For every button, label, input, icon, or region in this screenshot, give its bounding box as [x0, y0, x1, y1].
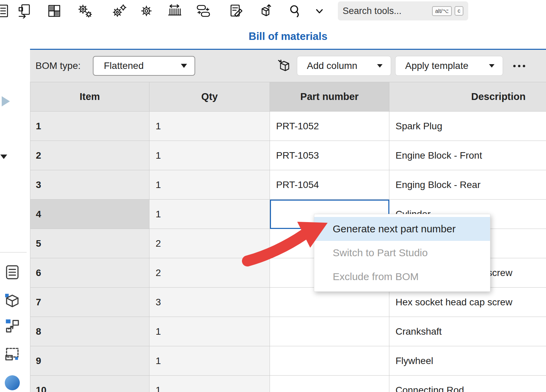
- page-title: Bill of materials: [30, 24, 546, 50]
- window-pane-icon[interactable]: [46, 3, 62, 19]
- table-row: 9 1 Flywheel: [30, 346, 546, 376]
- column-header-qty[interactable]: Qty: [149, 82, 270, 112]
- table-row: 8 1 Crankshaft: [30, 317, 546, 346]
- table-row: 3 1 PRT-1054 Enging Block - Rear: [30, 170, 546, 200]
- gears-icon[interactable]: [77, 3, 93, 19]
- more-options-icon: [523, 65, 525, 67]
- cell-qty[interactable]: 1: [149, 317, 270, 346]
- cell-description[interactable]: Enging Block - Rear: [389, 170, 546, 200]
- cell-qty[interactable]: 1: [149, 112, 270, 141]
- shortcut-badge-key: c: [455, 6, 463, 16]
- cell-item[interactable]: 10: [30, 376, 149, 392]
- cell-description[interactable]: Engine Block - Front: [389, 141, 546, 170]
- column-header-description[interactable]: Description: [389, 82, 546, 112]
- part-cube-icon[interactable]: [3, 292, 21, 310]
- cell-item[interactable]: 5: [30, 229, 149, 258]
- context-menu-item: Exclude from BOM: [314, 265, 490, 289]
- add-column-label: Add column: [307, 60, 370, 71]
- cell-description[interactable]: Crankshaft: [389, 317, 546, 346]
- cell-description[interactable]: Hex socket head cap screw: [389, 288, 546, 317]
- more-options-icon: [518, 65, 520, 67]
- apply-template-button[interactable]: Apply template: [395, 56, 503, 76]
- search-placeholder-text: Search tools...: [343, 6, 429, 16]
- gear-icon[interactable]: [138, 3, 155, 19]
- cell-part-number[interactable]: [270, 288, 389, 317]
- apply-template-caret-icon: [489, 64, 494, 68]
- cell-description[interactable]: Connecting Rod: [389, 376, 546, 392]
- apply-template-label: Apply template: [405, 60, 482, 71]
- cell-item[interactable]: 7: [30, 288, 149, 317]
- cell-item[interactable]: 4: [30, 200, 149, 229]
- context-menu-item: Switch to Part Studio: [314, 241, 490, 265]
- more-options-icon: [513, 65, 516, 67]
- shortcut-badge-alt: alt/⌥: [432, 6, 452, 16]
- panel-collapse-arrow-icon[interactable]: [2, 96, 10, 106]
- cell-description[interactable]: Spark Plug: [389, 112, 546, 141]
- bom-type-value: Flattened: [104, 60, 181, 71]
- cell-qty[interactable]: 1: [149, 170, 270, 200]
- bom-controls-bar: BOM type: Flattened Add column Apply tem…: [30, 50, 546, 82]
- cell-qty[interactable]: 1: [149, 376, 270, 392]
- column-header-part-number[interactable]: Part number: [270, 82, 389, 112]
- cell-part-number[interactable]: [270, 376, 389, 392]
- table-row: 2 1 PRT-1053 Engine Block - Front: [30, 141, 546, 170]
- context-menu-item[interactable]: Generate next part number: [314, 217, 490, 241]
- more-options-button[interactable]: [511, 61, 527, 71]
- cell-part-number[interactable]: [270, 317, 389, 346]
- cell-item[interactable]: 9: [30, 346, 149, 376]
- header-row: Item Qty Part number Description: [30, 82, 546, 112]
- app-icon-partial[interactable]: [3, 373, 21, 390]
- top-toolbar: Search tools... alt/⌥ c: [0, 0, 546, 23]
- column-header-item[interactable]: Item: [30, 82, 149, 112]
- add-column-button[interactable]: Add column: [297, 56, 391, 76]
- cell-item[interactable]: 3: [30, 170, 149, 200]
- chevron-down-icon[interactable]: [311, 3, 328, 19]
- cell-item[interactable]: 2: [30, 141, 149, 170]
- sidebar-divider: [0, 252, 27, 252]
- cell-qty[interactable]: 1: [149, 200, 270, 229]
- dropdown-caret-icon: [181, 64, 187, 68]
- gear-relation-icon[interactable]: [111, 3, 127, 19]
- sidebar-dropdown-caret-icon[interactable]: [0, 155, 7, 159]
- cell-qty[interactable]: 2: [149, 258, 270, 288]
- cell-part-number[interactable]: PRT-1053: [270, 141, 389, 170]
- table-row: 10 1 Connecting Rod: [30, 376, 546, 392]
- table-row: 7 3 Hex socket head cap screw: [30, 288, 546, 317]
- cell-description[interactable]: Flywheel: [389, 346, 546, 376]
- bom-type-label: BOM type:: [35, 60, 81, 71]
- edit-document-icon[interactable]: [228, 3, 244, 19]
- cell-qty[interactable]: 2: [149, 229, 270, 258]
- magnifier-icon[interactable]: [287, 3, 303, 19]
- cell-item[interactable]: 8: [30, 317, 149, 346]
- insert-icon[interactable]: [16, 3, 33, 19]
- cell-part-number[interactable]: PRT-1054: [270, 170, 389, 200]
- cell-qty[interactable]: 1: [149, 346, 270, 376]
- drawing-icon[interactable]: [3, 345, 21, 363]
- insert-part-icon[interactable]: [257, 3, 273, 19]
- cell-item[interactable]: 6: [30, 258, 149, 288]
- context-menu: Generate next part numberSwitch to Part …: [314, 214, 490, 292]
- replace-icon[interactable]: [195, 3, 212, 19]
- bom-panel: Bill of materials BOM type: Flattened Ad…: [30, 24, 546, 392]
- package-icon[interactable]: [276, 58, 291, 73]
- bom-list-icon[interactable]: [3, 263, 21, 281]
- tool-search[interactable]: Search tools... alt/⌥ c: [338, 1, 468, 20]
- assembly-icon[interactable]: [3, 317, 21, 334]
- rack-pinion-icon[interactable]: [167, 3, 183, 19]
- table-row: 1 1 PRT-1052 Spark Plug: [30, 112, 546, 141]
- bom-type-dropdown[interactable]: Flattened: [93, 56, 195, 76]
- clipboard-icon[interactable]: [0, 3, 11, 19]
- cell-part-number[interactable]: [270, 346, 389, 376]
- cell-qty[interactable]: 3: [149, 288, 270, 317]
- cell-part-number[interactable]: PRT-1052: [270, 112, 389, 141]
- add-column-caret-icon: [377, 64, 383, 68]
- cell-qty[interactable]: 1: [149, 141, 270, 170]
- cell-item[interactable]: 1: [30, 112, 149, 141]
